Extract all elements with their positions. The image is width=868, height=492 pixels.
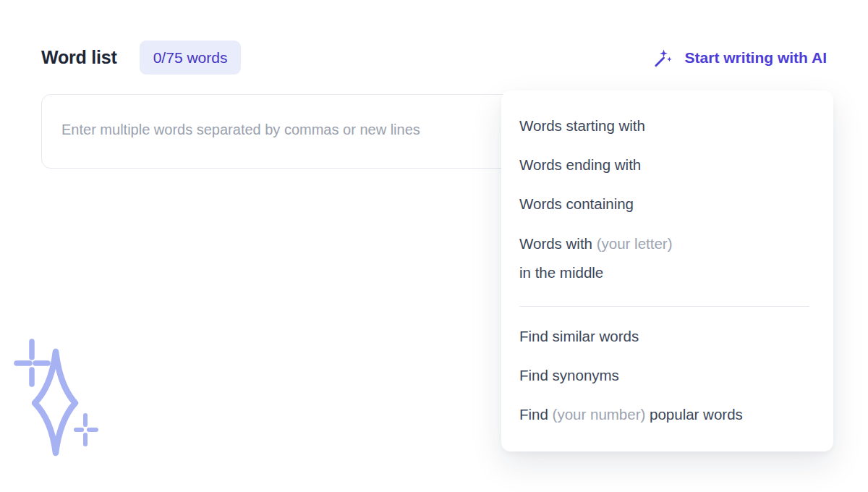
menu-item-words-ending-with[interactable]: Words ending with <box>519 145 815 184</box>
menu-item-words-starting-with[interactable]: Words starting with <box>519 106 815 145</box>
menu-item-words-containing[interactable]: Words containing <box>519 184 815 224</box>
word-count-badge: 0/75 words <box>140 41 242 75</box>
menu-item-text: Find <box>519 406 553 423</box>
ai-options-dropdown: Words starting with Words ending with Wo… <box>501 90 833 451</box>
word-list-page: Word list 0/75 words Start writing with … <box>0 0 868 492</box>
menu-item-text: Words with <box>519 235 597 252</box>
menu-item-find-synonyms[interactable]: Find synonyms <box>519 356 815 395</box>
header-left: Word list 0/75 words <box>41 41 241 75</box>
menu-divider <box>519 306 809 307</box>
menu-item-words-with-letter-in-middle[interactable]: Words with (your letter) in the middle <box>519 224 815 293</box>
menu-item-text: popular words <box>645 406 742 423</box>
menu-item-hint: (your letter) <box>597 235 673 252</box>
start-writing-ai-button[interactable]: Start writing with AI <box>652 47 827 69</box>
menu-item-hint: (your number) <box>553 406 646 423</box>
menu-item-text: in the middle <box>519 258 815 287</box>
page-title: Word list <box>41 47 117 68</box>
menu-item-find-popular-words[interactable]: Find (your number) popular words <box>519 395 815 434</box>
sparkle-diamond-decoration-icon <box>11 331 101 463</box>
header: Word list 0/75 words Start writing with … <box>41 41 827 75</box>
menu-item-find-similar-words[interactable]: Find similar words <box>519 317 815 356</box>
magic-wand-sparkles-icon <box>652 47 674 69</box>
ai-button-label: Start writing with AI <box>685 49 827 67</box>
